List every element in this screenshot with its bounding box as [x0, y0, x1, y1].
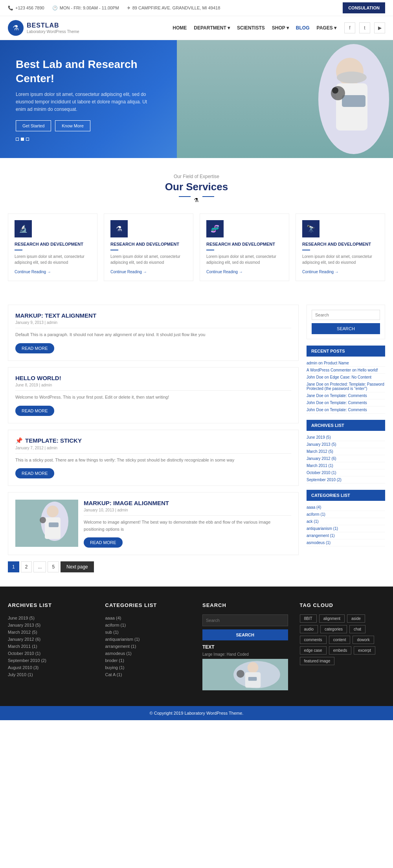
- footer-text-section: TEXT Large Image: Hand Coded: [202, 644, 288, 690]
- svg-rect-11: [45, 517, 61, 539]
- footer-search-widget: SEARCH SEARCH TEXT Large Image: Hand Cod…: [202, 602, 288, 690]
- sidebar-search-input[interactable]: [312, 310, 380, 320]
- service-card-1: 🔬 RESEARCH AND DEVELOPMENT Lorem ipsum d…: [8, 213, 97, 281]
- svg-text:⚗: ⚗: [194, 197, 199, 203]
- post-image-4: [15, 500, 78, 548]
- footer-archives-widget: ARCHIVES LIST June 2019 (5) January 2013…: [8, 602, 94, 690]
- archives-widget: ARCHIVES LIST June 2019 (5) January 2013…: [307, 420, 385, 484]
- footer-tagcloud-widget: TAG CLOUD 8BIT alignment aside audio cat…: [300, 602, 386, 690]
- dot-3[interactable]: [26, 138, 29, 141]
- post-title-4: MARKUP: IMAGE ALIGNMENT: [84, 500, 291, 506]
- lab-image: [15, 500, 78, 547]
- recent-posts-title: RECENT POSTS: [307, 346, 385, 357]
- list-item: asmodeus (1): [105, 650, 191, 657]
- footer-lab-image: [202, 659, 288, 690]
- tag-excerpt[interactable]: excerpt: [354, 646, 375, 655]
- archives-title: ARCHIVES LIST: [307, 420, 385, 431]
- list-item: aaaa (4): [307, 504, 385, 511]
- read-more-btn-2[interactable]: READ MORE: [15, 406, 54, 416]
- service-link-1[interactable]: Continue Reading →: [15, 270, 51, 274]
- tag-dowork[interactable]: dowork: [353, 636, 374, 644]
- nav-pages[interactable]: PAGES ▾: [317, 25, 336, 31]
- social-icons: f t ▶: [344, 22, 385, 33]
- nav-department[interactable]: DEPARTMENT ▾: [194, 25, 230, 31]
- post-meta-3: January 7, 2012 | admin: [15, 446, 291, 450]
- list-item: Jane Doe on Template: Comments: [307, 392, 385, 399]
- service-link-3[interactable]: Continue Reading →: [206, 270, 243, 274]
- list-item: January 2013 (5): [8, 622, 94, 629]
- tag-aside[interactable]: aside: [347, 614, 365, 623]
- service-icon-2: ⚗: [110, 220, 128, 237]
- service-link-2[interactable]: Continue Reading →: [110, 270, 147, 274]
- hero-image: [177, 40, 393, 158]
- tag-featured-image[interactable]: featured image: [300, 657, 335, 665]
- list-item: admin on Product Name: [307, 360, 385, 367]
- youtube-icon[interactable]: ▶: [374, 22, 385, 33]
- hero-dots: [16, 138, 149, 141]
- read-more-btn-3[interactable]: READ MORE: [15, 468, 54, 478]
- scientist-illustration: [275, 40, 393, 158]
- list-item: arrangement (1): [105, 643, 191, 650]
- dot-2[interactable]: [21, 138, 24, 141]
- tag-comments[interactable]: comments: [300, 636, 327, 644]
- service-link-4[interactable]: Continue Reading →: [302, 270, 339, 274]
- service-desc-3: Lorem ipsum dolor sit amet, consectetur …: [206, 254, 283, 265]
- post-excerpt-2: Welcome to WordPress. This is your first…: [15, 394, 291, 401]
- hero-section: Best Lab and Research Center! Lorem ipsu…: [0, 40, 393, 158]
- divider-line-2: [202, 196, 214, 197]
- service-card-4: 🔭 RESEARCH AND DEVELOPMENT Lorem ipsum d…: [296, 213, 385, 281]
- nav-blog[interactable]: BLOG: [296, 25, 310, 31]
- pagination: 1 2 ... 5 Next page: [8, 561, 299, 572]
- page-5[interactable]: 5: [48, 561, 59, 572]
- nav-scientists[interactable]: SCIENTISTS: [237, 25, 265, 31]
- footer-categories-title: CATEGORIES LIST: [105, 602, 191, 608]
- read-more-btn-1[interactable]: READ MORE: [15, 343, 54, 353]
- footer-search-input[interactable]: [202, 614, 288, 626]
- list-item: aaaa (4): [105, 614, 191, 622]
- twitter-icon[interactable]: t: [359, 22, 370, 33]
- list-item: arrangement (1): [307, 532, 385, 539]
- nav-home[interactable]: HOME: [173, 25, 187, 31]
- top-bar: 📞 +123 456 7890 🕐 MON - FRI: 9.00AM - 11…: [0, 0, 393, 16]
- tag-content[interactable]: content: [329, 636, 351, 644]
- list-item: January 2013 (5): [307, 441, 385, 448]
- tag-chat[interactable]: chat: [349, 625, 365, 633]
- tag-8bit[interactable]: 8BIT: [300, 614, 317, 623]
- list-item: July 2010 (1): [8, 671, 94, 678]
- next-page-button[interactable]: Next page: [61, 561, 94, 572]
- post-meta-1: January 9, 2013 | admin: [15, 320, 291, 325]
- dot-1[interactable]: [16, 138, 19, 141]
- service-desc-2: Lorem ipsum dolor sit amet, consectetur …: [110, 254, 187, 265]
- know-more-button[interactable]: Know More: [55, 120, 90, 131]
- facebook-icon[interactable]: f: [344, 22, 355, 33]
- tag-audio[interactable]: audio: [300, 625, 318, 633]
- footer-search-title: SEARCH: [202, 602, 288, 608]
- services-grid: 🔬 RESEARCH AND DEVELOPMENT Lorem ipsum d…: [8, 213, 385, 281]
- posts-area: MARKUP: TEXT ALIGNMENT January 9, 2013 |…: [8, 305, 299, 579]
- list-item: Cat A (1): [105, 671, 191, 678]
- list-item: aciform (1): [307, 511, 385, 518]
- footer-search-button[interactable]: SEARCH: [202, 629, 288, 640]
- service-icon-4: 🔭: [302, 220, 320, 237]
- service-divider-1: [15, 250, 22, 250]
- page-1[interactable]: 1: [8, 561, 19, 572]
- list-item: March 2011 (1): [307, 462, 385, 469]
- read-more-btn-4[interactable]: READ MORE: [84, 537, 123, 548]
- tag-alignment[interactable]: alignment: [319, 614, 345, 623]
- tag-edge-case[interactable]: edge case: [300, 646, 327, 655]
- sidebar-search-button[interactable]: SEARCH: [312, 323, 380, 334]
- footer-categories-list: aaaa (4) aciform (1) sub (1) antiquarian…: [105, 614, 191, 678]
- tag-embeds[interactable]: embeds: [329, 646, 352, 655]
- svg-point-19: [237, 670, 244, 678]
- page-2[interactable]: 2: [21, 561, 32, 572]
- meta-divider-1: [15, 328, 291, 328]
- list-item: Jane Doe on Protected: Template: Passwor…: [307, 381, 385, 392]
- hero-buttons: Get Started Know More: [16, 120, 149, 131]
- tag-categories[interactable]: categories: [320, 625, 347, 633]
- svg-rect-18: [248, 677, 257, 681]
- consultation-button[interactable]: CONSULATION: [343, 2, 385, 13]
- recent-posts-list: admin on Product Name A WordPress Commen…: [307, 360, 385, 414]
- nav-shop[interactable]: SHOP ▾: [272, 25, 289, 31]
- get-started-button[interactable]: Get Started: [16, 120, 51, 131]
- post-card-1: MARKUP: TEXT ALIGNMENT January 9, 2013 |…: [8, 305, 299, 361]
